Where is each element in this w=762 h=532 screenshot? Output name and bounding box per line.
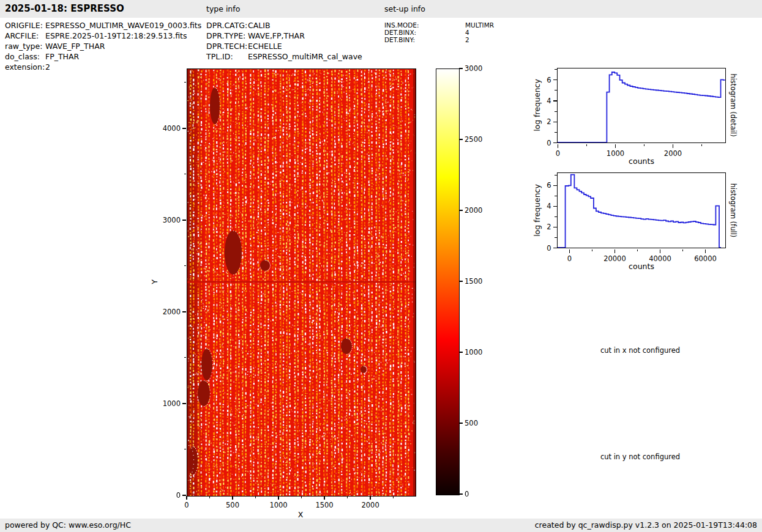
x-tick-label: 2000 xyxy=(361,501,379,509)
y-tick-label: 3000 xyxy=(163,216,181,224)
histogram-full-line xyxy=(558,173,725,248)
field-value: FP_THAR xyxy=(45,52,79,61)
x-tick-label: 500 xyxy=(226,501,239,509)
tick-mark xyxy=(553,142,557,143)
histogram-detail-xlabel: counts xyxy=(629,157,654,166)
field-value: 4 xyxy=(465,29,469,36)
tick-mark xyxy=(555,111,557,112)
tick-mark xyxy=(660,249,660,253)
field-value: ECHELLE xyxy=(248,42,282,51)
x-tick-label: 0 xyxy=(184,501,189,509)
tick-mark xyxy=(558,144,558,148)
tick-mark xyxy=(553,227,557,227)
histogram-full-ylabel: log frequency xyxy=(532,184,542,237)
type-info-row: DPR.TYPE:WAVE,FP,THAR xyxy=(206,31,305,40)
colorbar xyxy=(436,68,460,495)
tick-mark xyxy=(553,248,557,248)
tick-mark xyxy=(182,311,186,312)
tick-mark xyxy=(614,249,615,253)
type-info-row: TPL.ID:ESPRESSO_multiMR_cal_wave xyxy=(206,52,362,61)
y-tick-label: 6 xyxy=(547,76,551,84)
file-info-row: ARCFILE:ESPRE.2025-01-19T12:18:29.513.fi… xyxy=(5,31,187,40)
x-tick-label: 40000 xyxy=(649,254,671,263)
histogram-detail-plot xyxy=(557,68,726,143)
y-tick-label: 2 xyxy=(547,223,551,231)
file-info-row: raw_type:WAVE_FP_THAR xyxy=(5,42,105,51)
raw-image-heatmap xyxy=(187,69,416,496)
footer-bar: powered by QC: www.eso.org/HC created by… xyxy=(0,519,762,532)
tick-mark xyxy=(184,265,187,266)
field-label: INS.MODE: xyxy=(384,21,465,29)
tick-mark xyxy=(459,210,463,210)
tick-mark xyxy=(555,132,557,133)
type-info-heading: type info xyxy=(206,0,240,18)
x-tick-label: 0 xyxy=(556,149,560,158)
tick-mark xyxy=(370,496,370,500)
file-info-row: extension:2 xyxy=(5,62,50,72)
tick-mark xyxy=(393,496,394,498)
setup-info-heading: set-up info xyxy=(384,0,425,18)
y-tick-label: 4 xyxy=(547,202,551,210)
y-tick-label: 0 xyxy=(547,244,551,253)
histogram-full-plot xyxy=(557,172,726,248)
file-info-row: ORIGFILE:ESPRESSO_MULTIMR_WAVE019_0003.f… xyxy=(5,21,201,30)
field-value: ESPRESSO_multiMR_cal_wave xyxy=(248,52,362,61)
tick-mark xyxy=(673,144,673,148)
tick-mark xyxy=(182,220,186,220)
y-tick-label: 4 xyxy=(547,97,551,105)
field-label: ARCFILE: xyxy=(5,31,45,40)
tick-mark xyxy=(553,185,557,186)
x-tick-label: 2000 xyxy=(664,149,682,158)
field-value: 2 xyxy=(45,62,50,72)
tick-mark xyxy=(459,352,463,352)
y-tick-label: 4000 xyxy=(163,124,181,133)
field-value: ESPRE.2025-01-19T12:18:29.513.fits xyxy=(45,31,187,40)
field-label: DPR.TECH: xyxy=(206,42,248,51)
header-bar: 2025-01-18: ESPRESSO type info set-up in… xyxy=(0,0,762,18)
tick-mark xyxy=(459,281,463,281)
x-tick-label: 1500 xyxy=(315,501,333,509)
file-info-row: do_class:FP_THAR xyxy=(5,52,79,61)
tick-mark xyxy=(278,496,278,500)
field-label: DPR.TYPE: xyxy=(206,31,248,40)
setup-info-row: INS.MODE:MULTIMR xyxy=(384,21,494,29)
tick-mark xyxy=(186,496,187,500)
colorbar-tick-label: 1500 xyxy=(465,277,482,286)
histogram-full-xlabel: counts xyxy=(629,262,654,271)
x-tick-label: 1000 xyxy=(269,501,287,509)
histogram-detail-right-label: histogram (detail) xyxy=(729,73,738,136)
field-label: extension: xyxy=(5,62,45,72)
raw-image-ylabel: Y xyxy=(150,279,159,284)
x-tick-label: 20000 xyxy=(603,254,626,263)
footer-right-text: created by qc_rawdisp.py v1.2.3 on 2025-… xyxy=(535,519,757,532)
tick-mark xyxy=(644,144,644,147)
field-value: WAVE,FP,THAR xyxy=(248,31,305,40)
field-value: ESPRESSO_MULTIMR_WAVE019_0003.fits xyxy=(45,21,201,30)
cut-y-message: cut in y not configured xyxy=(600,453,680,461)
page-title: 2025-01-18: ESPRESSO xyxy=(5,0,124,18)
colorbar-tick-label: 2000 xyxy=(465,206,482,215)
tick-mark xyxy=(182,128,186,128)
setup-info-row: DET.BINX:4 xyxy=(384,29,469,36)
tick-mark xyxy=(555,69,557,70)
tick-mark xyxy=(586,144,587,147)
tick-mark xyxy=(553,79,557,80)
field-value: WAVE_FP_THAR xyxy=(45,42,105,51)
y-tick-label: 0 xyxy=(176,491,181,500)
field-label: DPR.CATG: xyxy=(206,21,248,30)
tick-mark xyxy=(555,216,557,217)
tick-mark xyxy=(553,206,557,207)
colorbar-tick-label: 0 xyxy=(465,490,469,498)
setup-info-row: DET.BINY:2 xyxy=(384,36,469,43)
tick-mark xyxy=(324,496,324,500)
tick-mark xyxy=(184,449,187,449)
tick-mark xyxy=(701,144,702,147)
tick-mark xyxy=(459,493,463,494)
histogram-full-right-label: histogram (full) xyxy=(729,183,738,238)
field-label: raw_type: xyxy=(5,42,45,51)
tick-mark xyxy=(555,237,557,238)
tick-mark xyxy=(569,249,570,253)
tick-mark xyxy=(637,249,638,252)
x-tick-label: 1000 xyxy=(607,149,624,158)
colorbar-tick-label: 1000 xyxy=(465,348,482,357)
